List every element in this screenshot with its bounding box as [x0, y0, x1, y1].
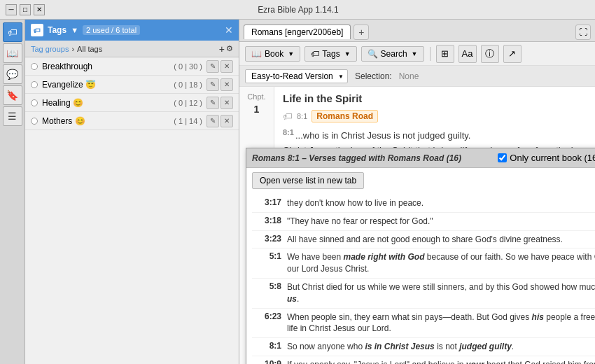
title-bar: ─ □ ✕ Ezra Bible App 1.14.1: [0, 0, 595, 20]
tag-count: ( 0 | 12 ): [174, 99, 202, 107]
tab-label: Romans [engerv2006eb]: [251, 27, 343, 37]
verse-content: "They have no fear or respect for God.": [287, 216, 433, 227]
window-close-btn[interactable]: ✕: [34, 4, 45, 15]
format-toolbar-btn[interactable]: Aa: [458, 45, 477, 63]
tag-count: ( 0 | 30 ): [174, 62, 202, 71]
tag-add-icon: +: [219, 43, 225, 55]
sidebar-icon-notes[interactable]: 💬: [3, 64, 22, 84]
popup-title: Romans 8:1 – Verses tagged with Romans R…: [252, 153, 461, 163]
sidebar-icon-book[interactable]: 📖: [3, 43, 22, 63]
tags-toolbar-label: Tags: [322, 49, 340, 59]
window-title: Ezra Bible App 1.14.1: [45, 5, 552, 15]
window-maximize-btn[interactable]: □: [20, 4, 31, 15]
tag-toolbar-icon: 🏷: [311, 49, 319, 59]
tag-color-dot: [31, 118, 38, 125]
share-toolbar-btn[interactable]: ↗: [503, 45, 522, 63]
list-item[interactable]: Breakthrough ( 0 | 30 ) ✎ ✕: [25, 57, 239, 76]
book-chevron-icon: ▼: [288, 50, 294, 57]
info-icon: ⓘ: [485, 48, 494, 60]
expand-btn[interactable]: ⛶: [575, 24, 591, 40]
verse-reference: 6:23: [253, 312, 281, 321]
tag-edit-btn[interactable]: ✎: [206, 115, 219, 127]
list-item: 5:8 But Christ died for us while we were…: [252, 279, 595, 309]
version-select[interactable]: Easy-to-Read Version: [245, 69, 348, 83]
share-icon: ↗: [508, 48, 516, 59]
verse-list: 3:17 they don't know how to live in peac…: [252, 195, 595, 364]
list-item: 3:23 All have sinned and are not good en…: [252, 231, 595, 249]
tag-delete-btn[interactable]: ✕: [220, 115, 233, 127]
tag-groups-breadcrumb: Tag groups › All tags: [31, 45, 102, 53]
book-label: Book: [265, 49, 284, 59]
tags-panel: 🏷 Tags ▼ 2 used / 6 total ✕ Tag groups ›…: [25, 20, 239, 364]
tag-count: ( 1 | 14 ): [174, 117, 202, 125]
search-toolbar-btn[interactable]: 🔍 Search ▼: [361, 46, 424, 62]
search-chevron-icon: ▼: [412, 50, 418, 57]
tag-name: Mothers 😊: [42, 116, 169, 126]
add-tab-btn[interactable]: +: [354, 24, 369, 40]
tag-groups-link[interactable]: Tag groups: [31, 45, 69, 53]
verse-content: But Christ died for us while we were sti…: [287, 281, 595, 305]
romans-tab[interactable]: Romans [engerv2006eb]: [244, 24, 351, 39]
book-icon: 📖: [251, 49, 262, 59]
tags-panel-label: Tags: [48, 25, 66, 35]
tag-icon: 🏷: [31, 24, 43, 36]
tags-chevron-icon: ▼: [344, 50, 351, 57]
tag-dot-marker: 🏷: [283, 111, 293, 122]
list-item: 3:18 "They have no fear or respect for G…: [252, 213, 595, 231]
chapter-col-label: Chpt.: [242, 92, 271, 101]
tag-list: Breakthrough ( 0 | 30 ) ✎ ✕ Evangelize 😇…: [25, 57, 239, 364]
book-toolbar-btn[interactable]: 📖 Book ▼: [245, 46, 300, 62]
tags-filter-icon[interactable]: ▼: [71, 26, 78, 34]
search-toolbar-label: Search: [381, 49, 407, 59]
verse-content: We have been made right with God because…: [287, 251, 595, 275]
popup-title-prefix: Romans 8:1 – Verses tagged with: [252, 153, 388, 163]
window-minimize-btn[interactable]: ─: [6, 4, 17, 15]
sidebar-icon-menu[interactable]: ☰: [3, 106, 22, 126]
layout-toolbar-btn[interactable]: ⊞: [436, 45, 454, 63]
tags-toolbar-btn[interactable]: 🏷 Tags ▼: [304, 46, 356, 62]
tags-used-count: 2 used / 6 total: [83, 25, 140, 35]
tag-color-dot: [31, 99, 38, 106]
open-verse-list-tab-btn[interactable]: Open verse list in new tab: [252, 172, 364, 189]
list-item[interactable]: Mothers 😊 ( 1 | 14 ) ✎ ✕: [25, 112, 239, 130]
list-item: 6:23 When people sin, they earn what sin…: [252, 309, 595, 339]
tag-edit-btn[interactable]: ✎: [206, 60, 219, 73]
list-item: 5:1 We have been made right with God bec…: [252, 248, 595, 279]
sidebar-icon-bookmarks[interactable]: 🔖: [3, 85, 22, 105]
chapter-number: 1: [242, 104, 271, 115]
popup-header: Romans 8:1 – Verses tagged with Romans R…: [246, 148, 595, 168]
verse-reference: 5:8: [253, 281, 281, 291]
tag-delete-btn[interactable]: ✕: [220, 78, 233, 91]
tags-panel-close-btn[interactable]: ✕: [225, 24, 233, 36]
tag-delete-btn[interactable]: ✕: [220, 60, 233, 73]
selection-value: None: [399, 71, 419, 81]
only-current-book-checkbox[interactable]: [498, 153, 507, 162]
popup-title-count: (16): [444, 153, 461, 163]
tag-edit-btn[interactable]: ✎: [206, 97, 219, 109]
verse-content: All have sinned and are not good enough …: [287, 234, 563, 246]
list-item[interactable]: Healing 😊 ( 0 | 12 ) ✎ ✕: [25, 94, 239, 112]
version-dropdown[interactable]: Easy-to-Read Version: [245, 69, 348, 83]
tag-name: Healing 😊: [42, 98, 169, 108]
list-item[interactable]: Evangelize 😇 ( 0 | 18 ) ✎ ✕: [25, 76, 239, 94]
tagged-verses-popup: Romans 8:1 – Verses tagged with Romans R…: [246, 148, 595, 364]
search-toolbar-icon: 🔍: [368, 49, 378, 59]
verse-content: they don't know how to live in peace.: [287, 197, 424, 209]
verse-reference: 8:1: [253, 341, 281, 351]
tag-delete-btn[interactable]: ✕: [220, 97, 233, 109]
tag-edit-btn[interactable]: ✎: [206, 78, 219, 91]
tag-add-btn[interactable]: + ⚙: [219, 43, 233, 55]
selection-label: Selection:: [355, 71, 392, 81]
toolbar-separator-1: [430, 47, 430, 61]
popup-filter-area: Only current book (16): [498, 153, 595, 163]
format-icon: Aa: [462, 48, 473, 59]
verse-content: If you openly say, "Jesus is Lord" and b…: [287, 359, 595, 364]
verse-content: When people sin, they earn what sin pays…: [287, 312, 595, 335]
popup-tag-name: Romans Road: [388, 153, 444, 163]
content-toolbar: 📖 Book ▼ 🏷 Tags ▼ 🔍 Search ▼ ⊞ Aa: [239, 42, 595, 66]
verse-reference: 5:1: [253, 251, 281, 261]
sidebar-icon-tags[interactable]: 🏷: [3, 22, 22, 42]
list-item: 10:9 If you openly say, "Jesus is Lord" …: [252, 356, 595, 364]
tag-verse-ref: 8:1: [297, 112, 307, 120]
info-toolbar-btn[interactable]: ⓘ: [481, 45, 499, 63]
